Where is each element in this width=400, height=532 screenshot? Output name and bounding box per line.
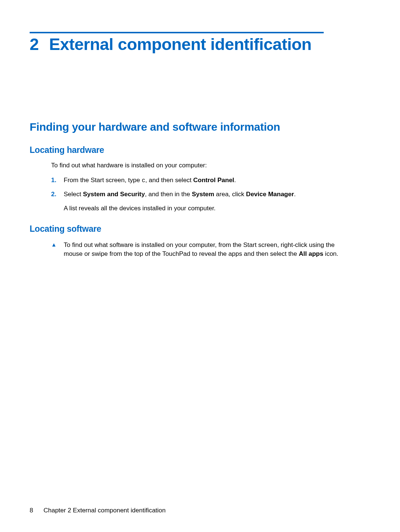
subsection-locating-hardware: Locating hardware <box>30 145 370 155</box>
hardware-intro: To find out what hardware is installed o… <box>51 162 370 169</box>
chapter-title: External component identification <box>49 35 312 54</box>
list-content: Select System and Security, and then in … <box>64 190 370 213</box>
list-content: From the Start screen, type c, and then … <box>64 176 370 185</box>
footer-chapter-label: Chapter 2 External component identificat… <box>43 507 166 514</box>
list-item: 1. From the Start screen, type c, and th… <box>51 176 370 185</box>
page-footer: 8 Chapter 2 External component identific… <box>30 507 166 514</box>
document-page: 2External component identification Findi… <box>0 0 400 258</box>
step-subtext: A list reveals all the devices installed… <box>64 204 370 213</box>
step-text: Select System and Security, and then in … <box>64 191 296 198</box>
subsection-locating-software: Locating software <box>30 224 370 234</box>
bullet-content: To find out what software is installed o… <box>64 241 345 258</box>
chapter-number: 2 <box>30 35 39 54</box>
hardware-steps: 1. From the Start screen, type c, and th… <box>51 176 370 213</box>
triangle-bullet-icon: ▲ <box>51 241 64 258</box>
chapter-heading: 2External component identification <box>30 35 370 54</box>
list-item: 2. Select System and Security, and then … <box>51 190 370 213</box>
chapter-rule <box>30 32 324 33</box>
software-bullet: ▲ To find out what software is installed… <box>51 241 370 258</box>
section-heading: Finding your hardware and software infor… <box>30 121 370 133</box>
list-marker: 2. <box>51 190 64 213</box>
list-marker: 1. <box>51 176 64 185</box>
page-number: 8 <box>30 507 33 514</box>
